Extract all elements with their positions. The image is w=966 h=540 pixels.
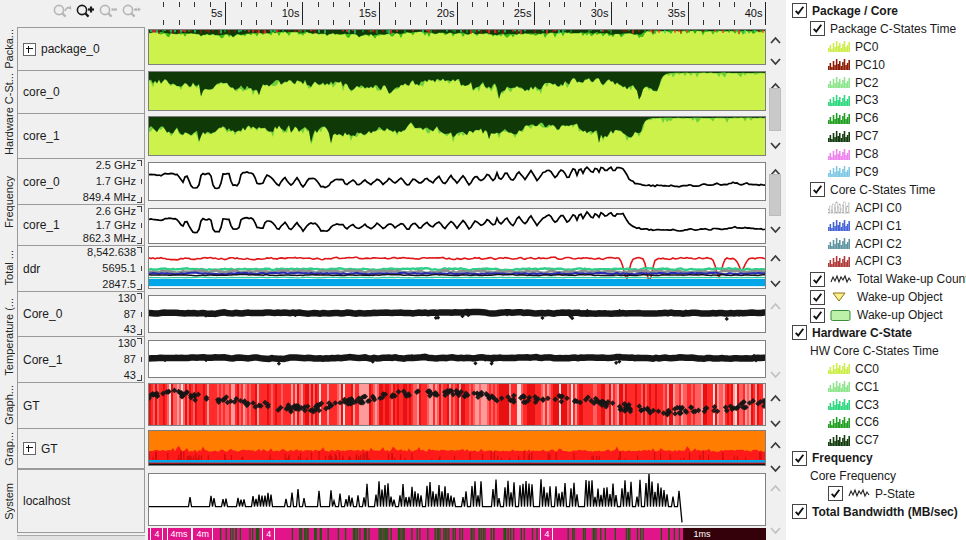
zoom-in-icon[interactable] <box>75 3 96 20</box>
chart-ddr[interactable] <box>148 246 766 289</box>
legend-item-label: P-State <box>875 487 915 501</box>
scroll-up-arrow-icon[interactable] <box>769 77 782 86</box>
row-scale: 8,542.6385695.12847.5 <box>87 247 142 290</box>
checkbox-checked[interactable] <box>810 308 825 323</box>
chart-temp_core_1[interactable] <box>148 340 766 378</box>
timeline-row-label-GT[interactable]: GT <box>17 428 145 469</box>
ruler-label: 15s <box>359 7 377 19</box>
series-histogram-icon <box>828 201 850 214</box>
scroll-down-arrow-icon[interactable] <box>769 136 782 145</box>
chart-temp_core_0[interactable] <box>148 295 766 333</box>
legend-item-cc0: CC0 <box>786 360 966 378</box>
line-series-icon <box>848 487 870 500</box>
legend-item-frequency: Frequency <box>786 449 966 467</box>
bottom-splitter-handle[interactable] <box>17 535 145 540</box>
chart-package_0[interactable] <box>148 29 766 65</box>
legend-item-pc0: PC0 <box>786 38 966 56</box>
legend-item-label: Frequency <box>812 451 873 465</box>
checkbox-checked[interactable] <box>792 504 807 519</box>
scroll-up-arrow-icon[interactable] <box>769 249 782 258</box>
checkbox-checked[interactable] <box>810 290 825 305</box>
legend-item-core-c-states-time: Core C-States Time <box>786 181 966 199</box>
timeline-row-label-package_0[interactable]: package_0 <box>17 27 145 71</box>
timeline-row-label-ddr[interactable]: ddr8,542.6385695.12847.5 <box>17 245 145 292</box>
section-group-label: System <box>0 469 17 533</box>
legend-item-label: Core C-States Time <box>830 183 935 197</box>
timeline-row-label-core_0[interactable]: core_02.5 GHz1.7 GHz849.4 MHz <box>17 158 145 205</box>
timeline-row-label-core_1[interactable]: core_1 <box>17 113 145 159</box>
legend-item-label: HW Core C-States Time <box>810 344 939 358</box>
legend-item-label: PC9 <box>855 165 878 179</box>
scroll-up-arrow-icon[interactable] <box>769 31 782 40</box>
legend-item-package-core: Package / Core <box>786 2 966 20</box>
chart-localhost[interactable] <box>148 473 766 526</box>
checkbox-checked[interactable] <box>810 272 825 287</box>
expand-icon[interactable] <box>23 43 36 56</box>
row-label-text: package_0 <box>41 42 100 56</box>
timeline-row-label-core_0[interactable]: core_0 <box>17 70 145 114</box>
timeline-row-label-Core_1[interactable]: Core_11308743 <box>17 336 145 383</box>
series-histogram-icon <box>828 148 850 161</box>
series-histogram-icon <box>828 398 850 411</box>
legend-item-label: PC8 <box>855 147 878 161</box>
legend-item-cc6: CC6 <box>786 413 966 431</box>
checkbox-checked[interactable] <box>810 182 825 197</box>
row-label-text: core_0 <box>23 85 60 99</box>
scroll-down-arrow-icon[interactable] <box>769 52 782 61</box>
legend-item-label: PC3 <box>855 93 878 107</box>
legend-panel: Package / CorePackage C-States TimePC0PC… <box>786 0 966 540</box>
checkbox-checked[interactable] <box>828 486 843 501</box>
row-label-text: GT <box>41 442 58 456</box>
line-series-icon <box>830 273 852 286</box>
chart-freq_core_1[interactable] <box>148 208 766 244</box>
scroll-down-arrow-icon[interactable] <box>769 459 782 468</box>
ruler-label: 20s <box>437 7 455 19</box>
scroll-down-arrow-icon[interactable] <box>769 274 782 283</box>
legend-item-pc6: PC6 <box>786 109 966 127</box>
wakeup-marker-icon <box>830 291 852 304</box>
checkbox-checked[interactable] <box>792 451 807 466</box>
legend-item-label: ACPI C3 <box>855 254 902 268</box>
scroll-up-arrow-icon[interactable] <box>769 389 782 398</box>
ruler-label: 10s <box>282 7 300 19</box>
scrollbar-thumb[interactable] <box>769 88 781 131</box>
row-label-text: core_1 <box>23 129 60 143</box>
checkbox-checked[interactable] <box>792 325 807 340</box>
time-ruler[interactable]: 5s10s15s20s25s30s35s40s <box>148 0 766 27</box>
ruler-label: 5s <box>211 7 223 19</box>
legend-item-total-wake-up-count: Total Wake-up Count <box>786 270 966 288</box>
wakeup-objects-band[interactable]: 44ms4m441ms <box>148 528 766 540</box>
ruler-label: 35s <box>668 7 686 19</box>
scroll-up-arrow-icon[interactable] <box>769 436 782 445</box>
checkbox-checked[interactable] <box>810 21 825 36</box>
legend-item-pc8: PC8 <box>786 145 966 163</box>
zoom-out-icon <box>98 3 119 20</box>
timeline-row-label-core_1[interactable]: core_12.6 GHz1.7 GHz862.3 MHz <box>17 204 145 246</box>
scrollbar-thumb[interactable] <box>769 174 781 216</box>
timeline-row-label-GT[interactable]: GT <box>17 382 145 429</box>
chart-gt[interactable] <box>148 383 766 426</box>
legend-item-label: PC0 <box>855 40 878 54</box>
checkbox-checked[interactable] <box>792 3 807 18</box>
scroll-down-arrow-icon <box>769 521 782 530</box>
legend-item-label: PC6 <box>855 111 878 125</box>
scroll-up-arrow-icon[interactable] <box>769 163 782 172</box>
chart-core_1[interactable] <box>148 116 766 156</box>
chart-core_0[interactable] <box>148 71 766 111</box>
chart-gt2[interactable] <box>148 430 766 466</box>
timeline-row-label-localhost[interactable]: localhost <box>17 469 145 533</box>
timeline-row-label-Core_0[interactable]: Core_01308743 <box>17 291 145 337</box>
scroll-down-arrow-icon[interactable] <box>769 414 782 423</box>
row-label-text: GT <box>23 399 40 413</box>
legend-item-label: ACPI C1 <box>855 219 902 233</box>
legend-item-pc9: PC9 <box>786 163 966 181</box>
legend-item-total-bandwidth-mb-sec-: Total Bandwidth (MB/sec) <box>786 503 966 521</box>
chart-freq_core_0[interactable] <box>148 162 766 201</box>
legend-item-core-frequency: Core Frequency <box>786 467 966 485</box>
scroll-down-arrow-icon[interactable] <box>769 220 782 229</box>
expand-icon[interactable] <box>23 442 36 455</box>
row-label-text: Core_1 <box>23 353 62 367</box>
section-group-label: Hardware C-St... <box>0 70 17 158</box>
legend-item-acpi-c0: ACPI C0 <box>786 199 966 217</box>
legend-item-label: Total Bandwidth (MB/sec) <box>812 505 958 519</box>
